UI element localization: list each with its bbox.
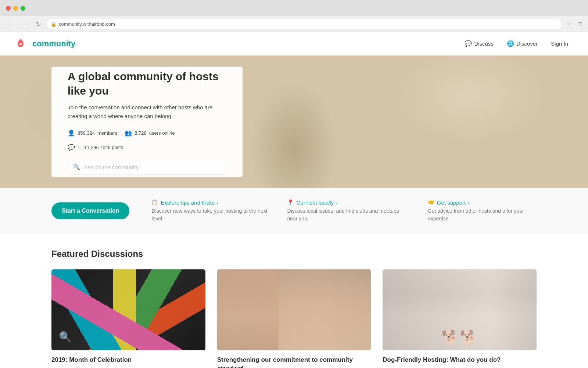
- card-image-2: [217, 269, 371, 350]
- sign-in-button[interactable]: Sign In: [546, 38, 573, 50]
- posts-count: 1,111,296: [78, 145, 99, 150]
- online-icon: 👥: [125, 130, 132, 137]
- explore-tips-icon: 📋: [151, 199, 158, 206]
- members-stat: 👤 859,324 members: [68, 130, 117, 137]
- get-support-desc: Get advice from other hosts and offer yo…: [428, 207, 537, 223]
- card-title-3: Dog-Friendly Hosting: What do you do?: [383, 355, 537, 364]
- community-title: community: [32, 39, 75, 49]
- search-input[interactable]: [84, 164, 221, 170]
- card-title-2: Strengthening our commitment to communit…: [217, 355, 371, 368]
- featured-section: Featured Discussions 2019: Month of Cele…: [0, 234, 588, 368]
- explore-tips-link[interactable]: 📋 Explore tips and tricks › Discover new…: [151, 199, 269, 223]
- action-strip: Start a Conversation 📋 Explore tips and …: [0, 188, 588, 234]
- address-bar[interactable]: 🔒 community.withairbnb.com: [47, 19, 561, 29]
- minimize-button[interactable]: [13, 6, 18, 11]
- discussion-card-1[interactable]: 2019: Month of Celebration S ADMIN Steph…: [51, 269, 205, 368]
- members-icon: 👤: [68, 130, 75, 137]
- connect-locally-icon: 📍: [287, 199, 294, 206]
- browser-nav-bar: ← → ↻ 🔒 community.withairbnb.com ☆ ≡: [0, 16, 588, 32]
- page-content: community 💬 Discuss 🌐 Discover Sign In A…: [0, 32, 588, 368]
- hero-title: A global community of hosts like you: [68, 69, 226, 98]
- posts-icon: 💬: [68, 144, 75, 151]
- bookmark-icon[interactable]: ☆: [565, 21, 573, 28]
- hero-subtitle: Join the conversation and connect with o…: [68, 103, 226, 121]
- close-button[interactable]: [6, 6, 11, 11]
- online-label: users online: [149, 130, 175, 136]
- traffic-lights: [6, 6, 25, 11]
- discuss-label: Discuss: [474, 40, 494, 47]
- svg-point-0: [19, 43, 22, 45]
- site-header: community 💬 Discuss 🌐 Discover Sign In: [0, 32, 588, 56]
- get-support-title[interactable]: 🤝 Get support ›: [428, 199, 537, 206]
- card-image-1: [51, 269, 205, 350]
- members-label: members: [97, 130, 117, 136]
- maximize-button[interactable]: [21, 6, 25, 11]
- start-conversation-button[interactable]: Start a Conversation: [51, 202, 129, 219]
- reload-button[interactable]: ↻: [34, 19, 43, 29]
- hero-card: A global community of hosts like you Joi…: [51, 67, 243, 177]
- menu-icon[interactable]: ≡: [578, 20, 582, 28]
- explore-tips-title[interactable]: 📋 Explore tips and tricks ›: [151, 199, 269, 206]
- card-title-1: 2019: Month of Celebration: [51, 355, 205, 364]
- online-count: 8,728: [135, 130, 147, 136]
- posts-stat: 💬 1,111,296 total posts: [68, 144, 123, 151]
- header-nav: 💬 Discuss 🌐 Discover Sign In: [459, 37, 573, 50]
- discuss-nav-item[interactable]: 💬 Discuss: [459, 37, 499, 50]
- connect-locally-link[interactable]: 📍 Connect locally › Discuss local issues…: [287, 199, 409, 223]
- airbnb-logo[interactable]: [15, 38, 26, 50]
- lock-icon: 🔒: [51, 21, 57, 27]
- featured-title: Featured Discussions: [51, 249, 537, 259]
- get-support-link[interactable]: 🤝 Get support › Get advice from other ho…: [428, 199, 537, 223]
- discussion-card-3[interactable]: 🐕🐕 Dog-Friendly Hosting: What do you do?…: [383, 269, 537, 368]
- address-text: community.withairbnb.com: [59, 21, 115, 27]
- hero-background: A global community of hosts like you Joi…: [0, 56, 588, 188]
- card-image-3: 🐕🐕: [383, 269, 537, 350]
- explore-tips-desc: Discover new ways to take your hosting t…: [151, 207, 269, 223]
- hero-section: A global community of hosts like you Joi…: [0, 56, 588, 188]
- connect-locally-title[interactable]: 📍 Connect locally ›: [287, 199, 409, 206]
- action-links: 📋 Explore tips and tricks › Discover new…: [151, 199, 537, 223]
- discuss-icon: 💬: [465, 40, 472, 47]
- stats-row: 👤 859,324 members 👥 8,728 users online 💬…: [68, 130, 226, 151]
- discussion-card-2[interactable]: Strengthening our commitment to communit…: [217, 269, 371, 368]
- forward-button[interactable]: →: [20, 19, 30, 29]
- members-count: 859,324: [78, 130, 95, 136]
- search-box[interactable]: 🔍: [68, 160, 226, 174]
- search-icon: 🔍: [73, 164, 80, 170]
- connect-locally-desc: Discuss local issues, and find clubs and…: [287, 207, 409, 223]
- posts-label: total posts: [101, 145, 123, 150]
- discover-icon: 🌐: [507, 40, 514, 47]
- discover-label: Discover: [516, 40, 538, 47]
- cards-grid: 2019: Month of Celebration S ADMIN Steph…: [51, 269, 537, 368]
- back-button[interactable]: ←: [6, 19, 16, 29]
- get-support-icon: 🤝: [428, 199, 435, 206]
- discover-nav-item[interactable]: 🌐 Discover: [502, 37, 543, 50]
- online-stat: 👥 8,728 users online: [125, 130, 175, 137]
